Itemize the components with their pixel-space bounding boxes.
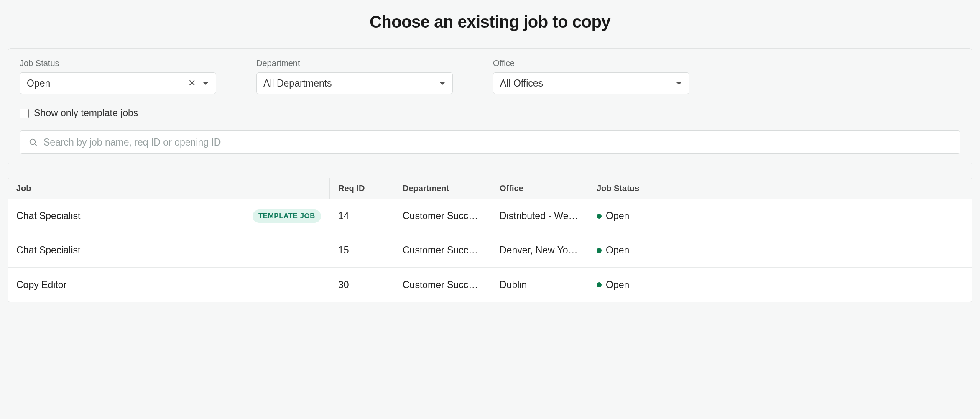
cell-req: 30: [330, 279, 394, 291]
cell-req: 14: [330, 210, 394, 222]
filter-job-status-group: Job Status Open ✕: [20, 59, 216, 94]
office-value: All Offices: [500, 78, 676, 89]
chevron-down-icon: [676, 82, 682, 85]
job-status-select[interactable]: Open ✕: [20, 72, 216, 94]
cell-req: 15: [330, 245, 394, 256]
table-row[interactable]: Chat SpecialistTEMPLATE JOB14Customer Su…: [8, 199, 972, 233]
cell-job: Chat Specialist: [8, 245, 330, 256]
department-value: All Departments: [263, 78, 439, 89]
clear-icon[interactable]: ✕: [186, 79, 197, 88]
col-header-job: Job: [8, 178, 330, 199]
col-header-office: Office: [491, 178, 588, 199]
status-text: Open: [606, 210, 629, 222]
job-status-value: Open: [27, 78, 186, 89]
template-only-label[interactable]: Show only template jobs: [34, 107, 138, 119]
job-name: Chat Specialist: [16, 210, 248, 222]
template-only-row: Show only template jobs: [20, 107, 960, 119]
jobs-table: Job Req ID Department Office Job Status …: [8, 178, 972, 302]
filter-department-label: Department: [256, 59, 453, 68]
cell-office: Distributed - West C…: [491, 210, 588, 222]
cell-dept: Customer Success …: [394, 210, 491, 222]
search-wrap: [20, 130, 960, 154]
cell-job: Chat SpecialistTEMPLATE JOB: [8, 210, 330, 223]
table-row[interactable]: Chat Specialist15Customer Success …Denve…: [8, 233, 972, 268]
job-name: Chat Specialist: [16, 245, 321, 256]
cell-dept: Customer Success …: [394, 279, 491, 291]
status-text: Open: [606, 279, 629, 291]
cell-job: Copy Editor: [8, 279, 330, 291]
chevron-down-icon: [202, 82, 209, 85]
chevron-down-icon: [439, 82, 446, 85]
filter-department-group: Department All Departments: [256, 59, 453, 94]
cell-status: Open: [588, 279, 644, 291]
template-badge: TEMPLATE JOB: [253, 210, 321, 223]
cell-status: Open: [588, 210, 644, 222]
cell-status: Open: [588, 245, 644, 256]
table-header: Job Req ID Department Office Job Status: [8, 178, 972, 199]
svg-line-1: [35, 144, 36, 146]
cell-office: Dublin: [491, 279, 588, 291]
filter-office-group: Office All Offices: [493, 59, 689, 94]
department-select[interactable]: All Departments: [256, 72, 453, 94]
status-dot-icon: [597, 282, 602, 287]
page-title: Choose an existing job to copy: [8, 13, 972, 31]
search-input[interactable]: [20, 130, 960, 154]
job-name: Copy Editor: [16, 279, 321, 291]
col-header-dept: Department: [394, 178, 491, 199]
table-body: Chat SpecialistTEMPLATE JOB14Customer Su…: [8, 199, 972, 302]
col-header-req: Req ID: [330, 178, 394, 199]
filter-office-label: Office: [493, 59, 689, 68]
col-header-status: Job Status: [588, 178, 644, 199]
status-dot-icon: [597, 248, 602, 253]
table-row[interactable]: Copy Editor30Customer Success …DublinOpe…: [8, 268, 972, 302]
office-select[interactable]: All Offices: [493, 72, 689, 94]
template-only-checkbox[interactable]: [20, 109, 29, 118]
cell-dept: Customer Success …: [394, 245, 491, 256]
filters-panel: Job Status Open ✕ Department All Departm…: [8, 48, 972, 164]
status-text: Open: [606, 245, 629, 256]
status-dot-icon: [597, 214, 602, 219]
filter-job-status-label: Job Status: [20, 59, 216, 68]
cell-office: Denver, New York, S…: [491, 245, 588, 256]
search-icon: [28, 137, 38, 147]
